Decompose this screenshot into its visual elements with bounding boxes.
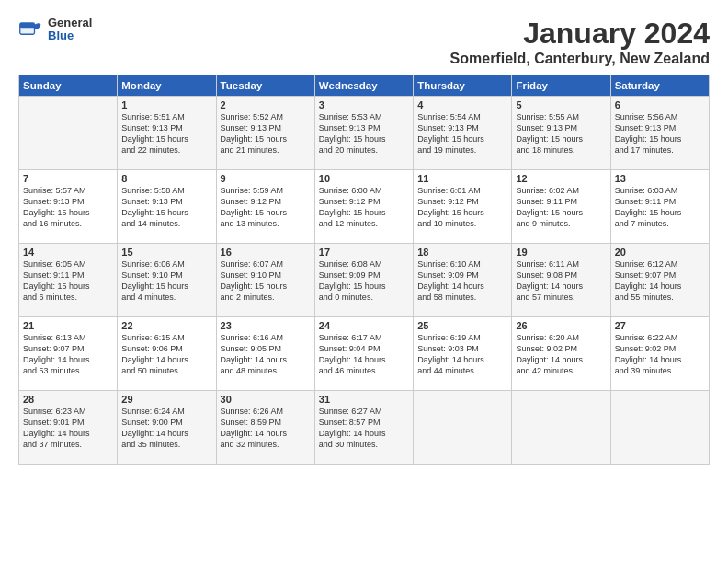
cell-content: Sunrise: 6:19 AM Sunset: 9:03 PM Dayligh… — [417, 332, 507, 377]
day-number: 2 — [221, 99, 311, 110]
logo-blue: Blue — [48, 29, 92, 42]
weekday-header: Monday — [118, 75, 216, 97]
cell-content: Sunrise: 6:16 AM Sunset: 9:05 PM Dayligh… — [221, 332, 311, 377]
calendar-title: January 2024 — [450, 17, 710, 51]
cell-content: Sunrise: 5:57 AM Sunset: 9:13 PM Dayligh… — [23, 185, 113, 230]
logo-general: General — [48, 17, 92, 29]
calendar-cell: 31Sunrise: 6:27 AM Sunset: 8:57 PM Dayli… — [314, 391, 413, 465]
day-number: 23 — [221, 320, 311, 331]
weekday-header: Tuesday — [216, 75, 314, 97]
calendar-cell: 11Sunrise: 6:01 AM Sunset: 9:12 PM Dayli… — [414, 170, 512, 244]
calendar-cell: 10Sunrise: 6:00 AM Sunset: 9:12 PM Dayli… — [314, 170, 413, 244]
cell-content: Sunrise: 6:24 AM Sunset: 9:00 PM Dayligh… — [121, 406, 211, 451]
title-block: January 2024 Somerfield, Canterbury, New… — [450, 17, 710, 67]
calendar-cell — [414, 391, 512, 465]
cell-content: Sunrise: 6:15 AM Sunset: 9:06 PM Dayligh… — [121, 332, 211, 377]
cell-content: Sunrise: 6:07 AM Sunset: 9:10 PM Dayligh… — [221, 259, 311, 304]
logo-text: General Blue — [48, 17, 92, 43]
calendar-cell: 27Sunrise: 6:22 AM Sunset: 9:02 PM Dayli… — [610, 317, 709, 391]
calendar-subtitle: Somerfield, Canterbury, New Zealand — [450, 51, 710, 67]
cell-content: Sunrise: 5:59 AM Sunset: 9:12 PM Dayligh… — [221, 185, 311, 230]
calendar-cell: 1Sunrise: 5:51 AM Sunset: 9:13 PM Daylig… — [118, 97, 216, 170]
calendar-cell: 21Sunrise: 6:13 AM Sunset: 9:07 PM Dayli… — [19, 317, 118, 391]
day-number: 10 — [319, 173, 409, 184]
cell-content: Sunrise: 6:23 AM Sunset: 9:01 PM Dayligh… — [23, 406, 113, 451]
day-number: 29 — [121, 394, 211, 405]
calendar-cell: 23Sunrise: 6:16 AM Sunset: 9:05 PM Dayli… — [216, 317, 314, 391]
day-number: 20 — [615, 247, 705, 258]
calendar-cell: 13Sunrise: 6:03 AM Sunset: 9:11 PM Dayli… — [610, 170, 709, 244]
day-number: 16 — [221, 247, 311, 258]
day-number: 19 — [516, 247, 606, 258]
day-number: 3 — [319, 99, 409, 110]
cell-content: Sunrise: 5:54 AM Sunset: 9:13 PM Dayligh… — [417, 111, 507, 156]
calendar-cell: 14Sunrise: 6:05 AM Sunset: 9:11 PM Dayli… — [19, 244, 118, 317]
calendar-cell: 2Sunrise: 5:52 AM Sunset: 9:13 PM Daylig… — [216, 97, 314, 170]
logo: General Blue — [18, 17, 92, 43]
calendar-week-row: 28Sunrise: 6:23 AM Sunset: 9:01 PM Dayli… — [19, 391, 710, 465]
calendar-cell: 4Sunrise: 5:54 AM Sunset: 9:13 PM Daylig… — [414, 97, 512, 170]
calendar-cell: 24Sunrise: 6:17 AM Sunset: 9:04 PM Dayli… — [314, 317, 413, 391]
calendar-week-row: 7Sunrise: 5:57 AM Sunset: 9:13 PM Daylig… — [19, 170, 710, 244]
logo-icon — [18, 17, 44, 42]
cell-content: Sunrise: 6:26 AM Sunset: 8:59 PM Dayligh… — [221, 406, 311, 451]
calendar-cell: 3Sunrise: 5:53 AM Sunset: 9:13 PM Daylig… — [314, 97, 413, 170]
cell-content: Sunrise: 6:27 AM Sunset: 8:57 PM Dayligh… — [319, 406, 409, 451]
day-number: 11 — [417, 173, 507, 184]
day-number: 4 — [417, 99, 507, 110]
calendar-cell: 6Sunrise: 5:56 AM Sunset: 9:13 PM Daylig… — [610, 97, 709, 170]
weekday-header: Thursday — [414, 75, 512, 97]
cell-content: Sunrise: 5:56 AM Sunset: 9:13 PM Dayligh… — [615, 111, 705, 156]
day-number: 24 — [319, 320, 409, 331]
weekday-header: Friday — [512, 75, 610, 97]
calendar-cell: 26Sunrise: 6:20 AM Sunset: 9:02 PM Dayli… — [512, 317, 610, 391]
cell-content: Sunrise: 5:55 AM Sunset: 9:13 PM Dayligh… — [516, 111, 606, 156]
cell-content: Sunrise: 6:12 AM Sunset: 9:07 PM Dayligh… — [615, 259, 705, 304]
calendar-week-row: 21Sunrise: 6:13 AM Sunset: 9:07 PM Dayli… — [19, 317, 710, 391]
calendar-cell: 20Sunrise: 6:12 AM Sunset: 9:07 PM Dayli… — [610, 244, 709, 317]
calendar-cell: 28Sunrise: 6:23 AM Sunset: 9:01 PM Dayli… — [19, 391, 118, 465]
cell-content: Sunrise: 5:53 AM Sunset: 9:13 PM Dayligh… — [319, 111, 409, 156]
weekday-header: Sunday — [19, 75, 118, 97]
day-number: 15 — [121, 247, 211, 258]
day-number: 22 — [121, 320, 211, 331]
calendar-cell: 8Sunrise: 5:58 AM Sunset: 9:13 PM Daylig… — [118, 170, 216, 244]
cell-content: Sunrise: 5:51 AM Sunset: 9:13 PM Dayligh… — [121, 111, 211, 156]
calendar-week-row: 14Sunrise: 6:05 AM Sunset: 9:11 PM Dayli… — [19, 244, 710, 317]
calendar-cell — [19, 97, 118, 170]
calendar-table: SundayMondayTuesdayWednesdayThursdayFrid… — [18, 75, 710, 465]
page-header: General Blue January 2024 Somerfield, Ca… — [18, 17, 710, 67]
day-number: 14 — [23, 247, 113, 258]
calendar-cell: 5Sunrise: 5:55 AM Sunset: 9:13 PM Daylig… — [512, 97, 610, 170]
day-number: 5 — [516, 99, 606, 110]
calendar-cell: 7Sunrise: 5:57 AM Sunset: 9:13 PM Daylig… — [19, 170, 118, 244]
cell-content: Sunrise: 5:58 AM Sunset: 9:13 PM Dayligh… — [121, 185, 211, 230]
calendar-cell: 9Sunrise: 5:59 AM Sunset: 9:12 PM Daylig… — [216, 170, 314, 244]
day-number: 9 — [221, 173, 311, 184]
day-number: 8 — [121, 173, 211, 184]
cell-content: Sunrise: 6:11 AM Sunset: 9:08 PM Dayligh… — [516, 259, 606, 304]
calendar-cell: 29Sunrise: 6:24 AM Sunset: 9:00 PM Dayli… — [118, 391, 216, 465]
calendar-cell: 12Sunrise: 6:02 AM Sunset: 9:11 PM Dayli… — [512, 170, 610, 244]
day-number: 18 — [417, 247, 507, 258]
calendar-cell: 30Sunrise: 6:26 AM Sunset: 8:59 PM Dayli… — [216, 391, 314, 465]
calendar-week-row: 1Sunrise: 5:51 AM Sunset: 9:13 PM Daylig… — [19, 97, 710, 170]
calendar-cell — [610, 391, 709, 465]
cell-content: Sunrise: 6:02 AM Sunset: 9:11 PM Dayligh… — [516, 185, 606, 230]
day-number: 6 — [615, 99, 705, 110]
day-number: 28 — [23, 394, 113, 405]
day-number: 26 — [516, 320, 606, 331]
calendar-cell: 16Sunrise: 6:07 AM Sunset: 9:10 PM Dayli… — [216, 244, 314, 317]
cell-content: Sunrise: 6:08 AM Sunset: 9:09 PM Dayligh… — [319, 259, 409, 304]
day-number: 7 — [23, 173, 113, 184]
calendar-cell: 25Sunrise: 6:19 AM Sunset: 9:03 PM Dayli… — [414, 317, 512, 391]
day-number: 27 — [615, 320, 705, 331]
cell-content: Sunrise: 6:00 AM Sunset: 9:12 PM Dayligh… — [319, 185, 409, 230]
day-number: 31 — [319, 394, 409, 405]
cell-content: Sunrise: 6:03 AM Sunset: 9:11 PM Dayligh… — [615, 185, 705, 230]
cell-content: Sunrise: 6:10 AM Sunset: 9:09 PM Dayligh… — [417, 259, 507, 304]
day-number: 1 — [121, 99, 211, 110]
calendar-cell: 17Sunrise: 6:08 AM Sunset: 9:09 PM Dayli… — [314, 244, 413, 317]
day-number: 13 — [615, 173, 705, 184]
calendar-cell: 19Sunrise: 6:11 AM Sunset: 9:08 PM Dayli… — [512, 244, 610, 317]
